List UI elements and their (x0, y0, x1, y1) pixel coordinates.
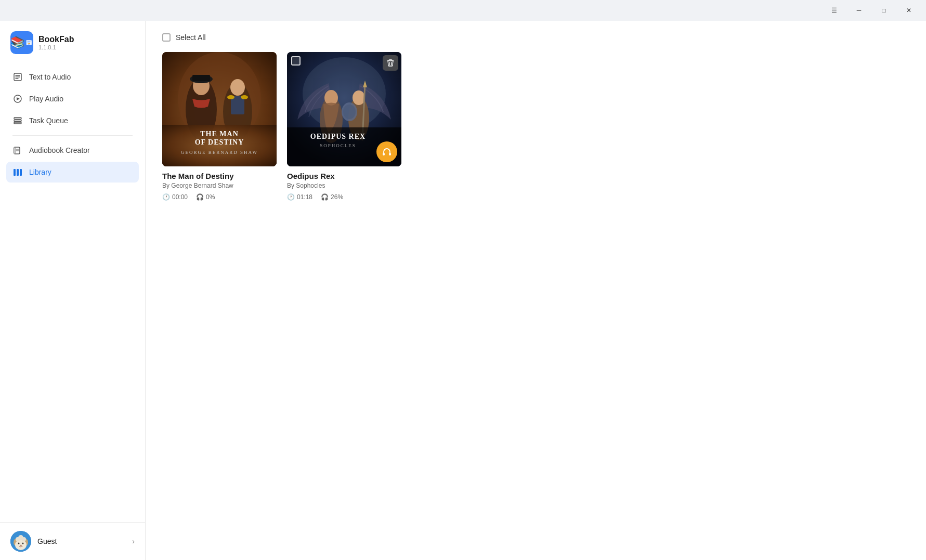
headphone-icon: 🎧 (196, 193, 204, 201)
select-all-bar: Select All (162, 33, 909, 42)
sidebar-nav: Text to Audio Play Audio (0, 62, 145, 522)
svg-point-57 (343, 105, 356, 119)
book-author-man-of-destiny: By George Bernard Shaw (162, 182, 277, 189)
app-title-group: BookFab 1.1.0.1 (38, 35, 74, 50)
app-version: 1.1.0.1 (38, 44, 74, 50)
svg-rect-4 (27, 42, 30, 43)
svg-point-43 (241, 95, 248, 99)
duration-value-2: 01:18 (297, 193, 312, 201)
sidebar: BookFab 1.1.0.1 Text to Audio (0, 21, 146, 560)
app-icon (10, 31, 33, 54)
svg-point-27 (18, 543, 20, 544)
man-of-destiny-artwork: THE MAN OF DESTINY GEORGE BERNARD SHAW (162, 52, 277, 166)
sidebar-item-audiobook-creator[interactable]: Audiobook Creator (6, 140, 139, 161)
user-chevron-icon: › (132, 537, 135, 545)
app-container: BookFab 1.1.0.1 Text to Audio (0, 21, 926, 560)
title-bar: ☰ ─ □ ✕ (0, 0, 926, 21)
duration-value: 00:00 (172, 193, 188, 201)
book-meta-oedipus: 🕐 01:18 🎧 26% (287, 193, 401, 201)
svg-rect-3 (27, 41, 30, 42)
maximize-button[interactable]: □ (872, 2, 896, 19)
book-title-man-of-destiny: The Man of Destiny (162, 172, 277, 180)
svg-point-53 (353, 90, 365, 105)
user-profile[interactable]: Guest › (0, 522, 145, 560)
audiobook-creator-icon (12, 145, 23, 155)
svg-text:OEDIPUS REX: OEDIPUS REX (310, 133, 366, 140)
progress-oedipus: 🎧 26% (321, 193, 343, 201)
svg-point-6 (29, 43, 30, 44)
sidebar-label-text-to-audio: Text to Audio (29, 73, 71, 81)
svg-rect-17 (14, 147, 16, 154)
sidebar-item-library[interactable]: Library (6, 162, 139, 183)
menu-button[interactable]: ☰ (822, 2, 846, 19)
sidebar-label-library: Library (29, 168, 51, 176)
svg-rect-21 (17, 169, 19, 176)
book-card-man-of-destiny[interactable]: THE MAN OF DESTINY GEORGE BERNARD SHAW T… (162, 52, 277, 201)
app-name: BookFab (38, 35, 74, 44)
progress-man-of-destiny: 🎧 0% (196, 193, 215, 201)
headphones-icon (382, 147, 392, 157)
svg-text:GEORGE BERNARD SHAW: GEORGE BERNARD SHAW (181, 150, 258, 155)
svg-point-32 (22, 537, 26, 541)
svg-text:THE MAN: THE MAN (200, 130, 239, 138)
svg-rect-15 (14, 122, 21, 124)
book-meta-man-of-destiny: 🕐 00:00 🎧 0% (162, 193, 277, 201)
clock-icon-2: 🕐 (287, 193, 295, 201)
duration-oedipus: 🕐 01:18 (287, 193, 312, 201)
book-title-oedipus: Oedipus Rex (287, 172, 401, 180)
avatar (10, 531, 31, 552)
sidebar-item-task-queue[interactable]: Task Queue (6, 110, 139, 131)
book-grid: THE MAN OF DESTINY GEORGE BERNARD SHAW T… (162, 52, 909, 201)
duration-man-of-destiny: 🕐 00:00 (162, 193, 188, 201)
svg-text:OF DESTINY: OF DESTINY (195, 138, 244, 146)
oedipus-delete-button[interactable] (383, 55, 398, 71)
svg-point-5 (28, 43, 29, 44)
svg-rect-20 (14, 169, 16, 176)
svg-point-28 (22, 543, 24, 544)
sidebar-item-play-audio[interactable]: Play Audio (6, 88, 139, 109)
main-content: Select All (146, 21, 926, 560)
svg-text:SOPHOCLES: SOPHOCLES (320, 143, 356, 148)
svg-rect-2 (26, 40, 27, 45)
text-to-audio-icon (12, 72, 23, 82)
book-card-oedipus-rex[interactable]: OEDIPUS REX SOPHOCLES (287, 52, 401, 201)
svg-rect-13 (14, 118, 21, 119)
play-audio-icon (12, 94, 23, 104)
library-content: Select All (146, 21, 926, 560)
svg-rect-62 (389, 153, 391, 155)
task-queue-icon (12, 115, 23, 126)
sidebar-label-task-queue: Task Queue (29, 116, 68, 125)
book-author-oedipus: By Sophocles (287, 182, 401, 189)
svg-rect-14 (14, 120, 21, 122)
nav-divider (12, 135, 133, 136)
select-all-label[interactable]: Select All (176, 33, 206, 42)
sidebar-header: BookFab 1.1.0.1 (0, 21, 145, 62)
library-icon (12, 167, 23, 177)
user-name: Guest (37, 537, 126, 545)
close-button[interactable]: ✕ (897, 2, 921, 19)
svg-rect-38 (192, 75, 210, 81)
sidebar-label-audiobook-creator: Audiobook Creator (29, 146, 90, 154)
headphone-icon-2: 🎧 (321, 193, 329, 201)
svg-rect-61 (383, 153, 385, 155)
sidebar-item-text-to-audio[interactable]: Text to Audio (6, 67, 139, 87)
oedipus-checkbox[interactable] (291, 56, 301, 66)
window-controls: ☰ ─ □ ✕ (822, 2, 921, 19)
oedipus-play-button[interactable] (376, 141, 397, 162)
avatar-illustration (10, 531, 31, 552)
select-all-checkbox[interactable] (162, 33, 171, 42)
clock-icon: 🕐 (162, 193, 170, 201)
book-cover-man-of-destiny: THE MAN OF DESTINY GEORGE BERNARD SHAW (162, 52, 277, 166)
svg-rect-22 (20, 169, 22, 176)
svg-point-42 (227, 95, 234, 99)
sidebar-label-play-audio: Play Audio (29, 95, 63, 103)
minimize-button[interactable]: ─ (847, 2, 871, 19)
svg-point-40 (230, 79, 245, 96)
bookfab-logo-icon (24, 31, 33, 54)
progress-value: 0% (206, 193, 215, 201)
svg-point-29 (20, 545, 22, 546)
svg-marker-12 (17, 97, 20, 100)
progress-value-2: 26% (331, 193, 343, 201)
trash-icon (386, 59, 395, 67)
book-cover-oedipus: OEDIPUS REX SOPHOCLES (287, 52, 401, 166)
